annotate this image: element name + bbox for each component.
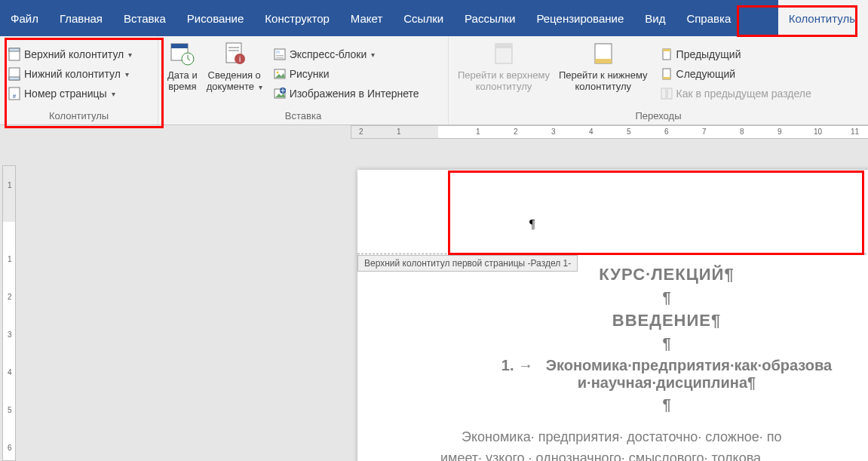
goto-footer-icon [590, 41, 616, 66]
cursor-pilcrow: ¶ [529, 217, 535, 231]
group-headerfooter: Верхний колонтитул ▾ Нижний колонтитул ▾… [0, 36, 158, 124]
svg-rect-17 [276, 57, 284, 59]
tab-home[interactable]: Главная [49, 0, 113, 36]
tab-help[interactable]: Справка [676, 0, 741, 36]
svg-rect-10 [229, 47, 239, 48]
header-separator [357, 254, 868, 254]
vertical-ruler[interactable]: 1 1 2 3 4 5 6 [2, 165, 16, 461]
tab-headerfooter[interactable]: Колонтитулы [778, 0, 868, 36]
svg-rect-31 [667, 88, 672, 99]
group-navigation: Перейти к верхнемуколонтитулу Перейти к … [449, 36, 868, 124]
quickparts-dropdown[interactable]: Экспресс-блоки ▾ [270, 46, 422, 63]
page-footer-icon [8, 67, 21, 81]
horizontal-ruler[interactable]: 2 1 1 2 3 4 5 6 7 8 9 10 11 [351, 125, 868, 139]
svg-rect-7 [171, 44, 188, 48]
pilcrow-line: ¶ [440, 289, 868, 306]
document-info-icon: i [222, 41, 247, 66]
footer-dropdown-label: Нижний колонтитул [24, 68, 121, 80]
tab-design[interactable]: Конструктор [254, 0, 340, 36]
pilcrow-line: ¶ [440, 335, 868, 352]
footer-dropdown[interactable]: Нижний колонтитул ▾ [5, 66, 153, 82]
svg-text:i: i [239, 55, 241, 63]
docinfo-dropdown[interactable]: i Сведения одокументе ▾ [202, 39, 267, 109]
link-previous-icon [660, 87, 673, 100]
pictures-button[interactable]: Рисунки [270, 66, 422, 82]
goto-header-icon [491, 41, 517, 66]
doc-title: КУРС·ЛЕКЦИЙ¶ [440, 265, 868, 284]
onlinepictures-button[interactable]: Изображения в Интернете [270, 85, 422, 102]
previous-icon [660, 48, 673, 61]
header-zone[interactable]: ¶ [444, 174, 866, 253]
quickparts-icon [273, 48, 287, 61]
svg-rect-23 [495, 44, 512, 48]
paragraph: Экономика· предприятия· достаточно· слож… [440, 427, 868, 461]
doc-intro: ВВЕДЕНИЕ¶ [440, 311, 868, 330]
header-dropdown-label: Верхний колонтитул [24, 48, 124, 60]
tab-headerfooter-label: Колонтитулы [789, 12, 857, 25]
svg-rect-29 [663, 77, 670, 79]
svg-rect-16 [276, 55, 284, 57]
chevron-down-icon: ▾ [125, 70, 129, 78]
goto-footer-button[interactable]: Перейти к нижнемуколонтитулу [554, 39, 652, 109]
svg-rect-3 [9, 77, 20, 80]
tab-view[interactable]: Вид [634, 0, 676, 36]
document-body: КУРС·ЛЕКЦИЙ¶ ¶ ВВЕДЕНИЕ¶ ¶ 1. → Экономик… [440, 265, 868, 461]
datetime-button[interactable]: Дата ивремя [163, 39, 202, 109]
goto-header-button: Перейти к верхнемуколонтитулу [453, 39, 554, 109]
pilcrow-line: ¶ [440, 396, 868, 413]
chevron-down-icon: ▾ [112, 90, 115, 98]
picture-icon [273, 67, 287, 81]
tab-draw[interactable]: Рисование [176, 0, 255, 36]
group-headerfooter-label: Колонтитулы [5, 109, 153, 123]
document-area[interactable]: ¶ Верхний колонтитул первой страницы -Ра… [18, 143, 868, 461]
svg-rect-25 [595, 59, 612, 63]
page[interactable]: ¶ Верхний колонтитул первой страницы -Ра… [357, 170, 868, 461]
tab-mailings[interactable]: Рассылки [454, 0, 526, 36]
svg-rect-11 [229, 50, 239, 51]
tab-insert[interactable]: Вставка [113, 0, 176, 36]
page-number-icon: # [8, 87, 21, 100]
link-to-previous-button: Как в предыдущем разделе [657, 85, 814, 102]
next-icon [660, 67, 673, 81]
svg-rect-27 [663, 49, 670, 51]
ribbon-bar: Верхний колонтитул ▾ Нижний колонтитул ▾… [0, 36, 868, 125]
horizontal-ruler-wrap: 2 1 1 2 3 4 5 6 7 8 9 10 11 [0, 125, 868, 139]
svg-text:#: # [13, 93, 17, 100]
svg-point-19 [276, 72, 278, 74]
chevron-down-icon: ▾ [259, 83, 262, 91]
pagenumber-dropdown[interactable]: # Номер страницы ▾ [5, 85, 153, 102]
svg-rect-15 [276, 51, 280, 54]
ribbon-tabs: Файл Главная Вставка Рисование Конструкт… [0, 0, 868, 36]
pagenumber-dropdown-label: Номер страницы [24, 88, 107, 100]
svg-rect-1 [9, 48, 20, 51]
online-picture-icon [273, 87, 287, 100]
tab-references[interactable]: Ссылки [393, 0, 454, 36]
header-dropdown[interactable]: Верхний колонтитул ▾ [5, 46, 153, 63]
tab-file[interactable]: Файл [0, 0, 49, 36]
calendar-clock-icon [170, 41, 195, 66]
previous-section-button[interactable]: Предыдущий [657, 46, 814, 63]
group-navigation-label: Переходы [453, 109, 863, 123]
group-insert-label: Вставка [163, 109, 443, 123]
page-header-icon [8, 48, 21, 61]
svg-rect-30 [661, 88, 666, 99]
chevron-down-icon: ▾ [371, 51, 375, 59]
vertical-ruler-wrap: 1 1 2 3 4 5 6 [0, 143, 18, 461]
next-section-button[interactable]: Следующий [657, 66, 814, 82]
chevron-down-icon: ▾ [128, 51, 132, 59]
tab-layout[interactable]: Макет [340, 0, 393, 36]
group-insert: Дата ивремя i Сведения одокументе ▾ Эксп… [158, 36, 449, 124]
tab-review[interactable]: Рецензирование [526, 0, 634, 36]
